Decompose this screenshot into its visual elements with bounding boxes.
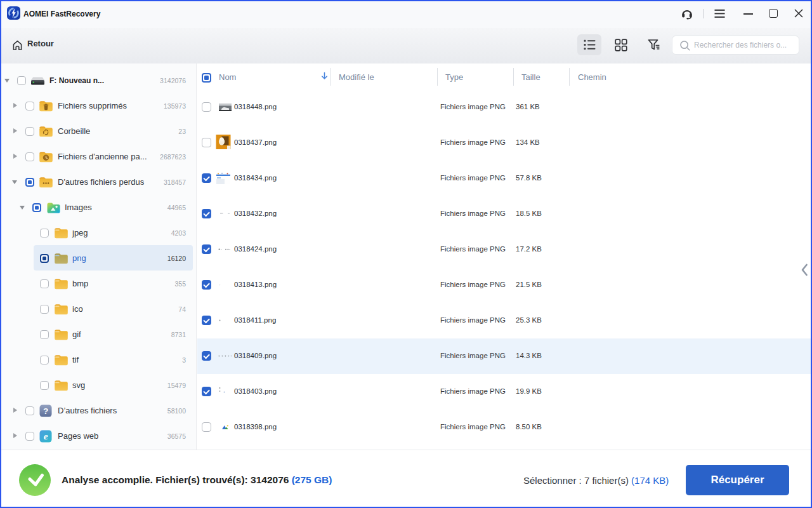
svg-text:?: ? bbox=[43, 406, 48, 416]
svg-text:e: e bbox=[44, 431, 48, 441]
